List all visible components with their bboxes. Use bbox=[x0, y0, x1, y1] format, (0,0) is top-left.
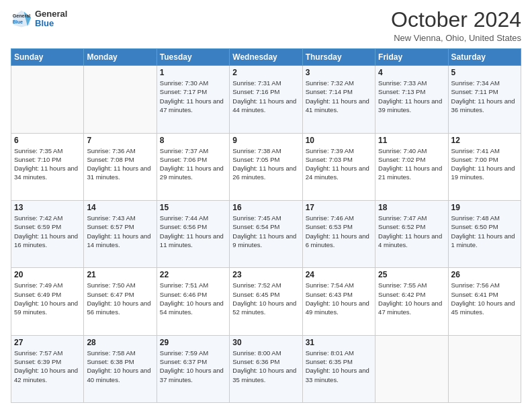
day-info: Sunrise: 7:58 AM Sunset: 6:38 PM Dayligh… bbox=[87, 349, 153, 384]
calendar-cell: 5Sunrise: 7:34 AM Sunset: 7:11 PM Daylig… bbox=[448, 66, 521, 133]
day-info: Sunrise: 7:54 AM Sunset: 6:43 PM Dayligh… bbox=[306, 281, 372, 316]
day-info: Sunrise: 7:44 AM Sunset: 6:56 PM Dayligh… bbox=[160, 214, 226, 249]
calendar-table: Sunday Monday Tuesday Wednesday Thursday… bbox=[11, 48, 521, 403]
day-info: Sunrise: 7:32 AM Sunset: 7:14 PM Dayligh… bbox=[306, 79, 372, 114]
calendar-cell bbox=[84, 66, 157, 133]
logo-blue-text: Blue bbox=[35, 19, 67, 28]
day-info: Sunrise: 7:49 AM Sunset: 6:49 PM Dayligh… bbox=[14, 281, 81, 316]
col-thursday: Thursday bbox=[302, 49, 375, 66]
calendar-cell: 21Sunrise: 7:50 AM Sunset: 6:47 PM Dayli… bbox=[84, 268, 157, 335]
calendar-cell: 27Sunrise: 7:57 AM Sunset: 6:39 PM Dayli… bbox=[11, 335, 84, 402]
day-number: 16 bbox=[232, 203, 299, 212]
day-number: 31 bbox=[306, 338, 372, 347]
day-info: Sunrise: 7:40 AM Sunset: 7:02 PM Dayligh… bbox=[378, 146, 445, 182]
calendar-cell: 7Sunrise: 7:36 AM Sunset: 7:08 PM Daylig… bbox=[84, 133, 157, 200]
col-sunday: Sunday bbox=[11, 49, 84, 66]
calendar-cell: 10Sunrise: 7:39 AM Sunset: 7:03 PM Dayli… bbox=[302, 133, 375, 200]
calendar-cell: 17Sunrise: 7:46 AM Sunset: 6:53 PM Dayli… bbox=[302, 200, 375, 267]
col-wednesday: Wednesday bbox=[230, 49, 302, 66]
calendar-cell bbox=[375, 335, 448, 402]
calendar-cell: 1Sunrise: 7:30 AM Sunset: 7:17 PM Daylig… bbox=[157, 66, 229, 133]
calendar-cell: 26Sunrise: 7:56 AM Sunset: 6:41 PM Dayli… bbox=[448, 268, 521, 335]
day-number: 9 bbox=[232, 136, 299, 145]
day-info: Sunrise: 7:57 AM Sunset: 6:39 PM Dayligh… bbox=[14, 349, 81, 384]
day-info: Sunrise: 7:47 AM Sunset: 6:52 PM Dayligh… bbox=[378, 214, 445, 249]
calendar-week-row: 13Sunrise: 7:42 AM Sunset: 6:59 PM Dayli… bbox=[11, 200, 521, 267]
day-number: 8 bbox=[160, 136, 226, 145]
day-info: Sunrise: 7:30 AM Sunset: 7:17 PM Dayligh… bbox=[160, 79, 226, 114]
calendar-cell: 28Sunrise: 7:58 AM Sunset: 6:38 PM Dayli… bbox=[84, 335, 157, 402]
day-number: 13 bbox=[14, 203, 81, 212]
calendar-cell: 6Sunrise: 7:35 AM Sunset: 7:10 PM Daylig… bbox=[11, 133, 84, 200]
day-info: Sunrise: 7:34 AM Sunset: 7:11 PM Dayligh… bbox=[451, 79, 518, 114]
day-info: Sunrise: 7:43 AM Sunset: 6:57 PM Dayligh… bbox=[87, 214, 153, 249]
location: New Vienna, Ohio, United States bbox=[391, 33, 521, 43]
calendar-cell: 13Sunrise: 7:42 AM Sunset: 6:59 PM Dayli… bbox=[11, 200, 84, 267]
day-info: Sunrise: 7:59 AM Sunset: 6:37 PM Dayligh… bbox=[160, 349, 226, 384]
day-number: 6 bbox=[14, 136, 81, 145]
day-number: 20 bbox=[14, 270, 81, 279]
day-number: 4 bbox=[378, 68, 445, 77]
calendar-header-row: Sunday Monday Tuesday Wednesday Thursday… bbox=[11, 49, 521, 66]
calendar-cell bbox=[448, 335, 521, 402]
day-number: 26 bbox=[451, 270, 518, 279]
day-number: 28 bbox=[87, 338, 153, 347]
calendar-cell: 18Sunrise: 7:47 AM Sunset: 6:52 PM Dayli… bbox=[375, 200, 448, 267]
day-info: Sunrise: 7:38 AM Sunset: 7:05 PM Dayligh… bbox=[232, 146, 299, 182]
calendar-cell: 20Sunrise: 7:49 AM Sunset: 6:49 PM Dayli… bbox=[11, 268, 84, 335]
calendar-week-row: 6Sunrise: 7:35 AM Sunset: 7:10 PM Daylig… bbox=[11, 133, 521, 200]
day-number: 22 bbox=[160, 270, 226, 279]
calendar-cell: 25Sunrise: 7:55 AM Sunset: 6:42 PM Dayli… bbox=[375, 268, 448, 335]
day-number: 10 bbox=[306, 136, 372, 145]
svg-text:Blue: Blue bbox=[13, 19, 23, 25]
day-info: Sunrise: 8:00 AM Sunset: 6:36 PM Dayligh… bbox=[232, 349, 299, 384]
calendar-cell bbox=[11, 66, 84, 133]
day-number: 21 bbox=[87, 270, 153, 279]
day-number: 5 bbox=[451, 68, 518, 77]
calendar-cell: 2Sunrise: 7:31 AM Sunset: 7:16 PM Daylig… bbox=[230, 66, 302, 133]
day-number: 15 bbox=[160, 203, 226, 212]
day-number: 27 bbox=[14, 338, 81, 347]
page: General Blue General Blue October 2024 N… bbox=[0, 0, 532, 411]
calendar-cell: 23Sunrise: 7:52 AM Sunset: 6:45 PM Dayli… bbox=[230, 268, 302, 335]
day-info: Sunrise: 7:52 AM Sunset: 6:45 PM Dayligh… bbox=[232, 281, 299, 316]
day-number: 24 bbox=[306, 270, 372, 279]
calendar-cell: 11Sunrise: 7:40 AM Sunset: 7:02 PM Dayli… bbox=[375, 133, 448, 200]
day-info: Sunrise: 7:36 AM Sunset: 7:08 PM Dayligh… bbox=[87, 146, 153, 182]
header: General Blue General Blue October 2024 N… bbox=[11, 8, 521, 43]
logo-general-text: General bbox=[35, 9, 67, 19]
col-saturday: Saturday bbox=[448, 49, 521, 66]
day-info: Sunrise: 7:41 AM Sunset: 7:00 PM Dayligh… bbox=[451, 146, 518, 182]
calendar-week-row: 20Sunrise: 7:49 AM Sunset: 6:49 PM Dayli… bbox=[11, 268, 521, 335]
month-title: October 2024 bbox=[391, 8, 521, 32]
day-number: 7 bbox=[87, 136, 153, 145]
day-number: 12 bbox=[451, 136, 518, 145]
day-info: Sunrise: 8:01 AM Sunset: 6:35 PM Dayligh… bbox=[306, 349, 372, 384]
col-monday: Monday bbox=[84, 49, 157, 66]
day-number: 30 bbox=[232, 338, 299, 347]
calendar-cell: 24Sunrise: 7:54 AM Sunset: 6:43 PM Dayli… bbox=[302, 268, 375, 335]
day-info: Sunrise: 7:31 AM Sunset: 7:16 PM Dayligh… bbox=[232, 79, 299, 114]
day-info: Sunrise: 7:33 AM Sunset: 7:13 PM Dayligh… bbox=[378, 79, 445, 114]
col-friday: Friday bbox=[375, 49, 448, 66]
day-info: Sunrise: 7:55 AM Sunset: 6:42 PM Dayligh… bbox=[378, 281, 445, 316]
calendar-cell: 15Sunrise: 7:44 AM Sunset: 6:56 PM Dayli… bbox=[157, 200, 229, 267]
day-info: Sunrise: 7:45 AM Sunset: 6:54 PM Dayligh… bbox=[232, 214, 299, 249]
day-number: 23 bbox=[232, 270, 299, 279]
day-info: Sunrise: 7:56 AM Sunset: 6:41 PM Dayligh… bbox=[451, 281, 518, 316]
day-number: 17 bbox=[306, 203, 372, 212]
calendar-cell: 19Sunrise: 7:48 AM Sunset: 6:50 PM Dayli… bbox=[448, 200, 521, 267]
day-number: 3 bbox=[306, 68, 372, 77]
calendar-cell: 22Sunrise: 7:51 AM Sunset: 6:46 PM Dayli… bbox=[157, 268, 229, 335]
calendar-week-row: 1Sunrise: 7:30 AM Sunset: 7:17 PM Daylig… bbox=[11, 66, 521, 133]
calendar-cell: 16Sunrise: 7:45 AM Sunset: 6:54 PM Dayli… bbox=[230, 200, 302, 267]
calendar-cell: 9Sunrise: 7:38 AM Sunset: 7:05 PM Daylig… bbox=[230, 133, 302, 200]
day-info: Sunrise: 7:39 AM Sunset: 7:03 PM Dayligh… bbox=[306, 146, 372, 182]
day-number: 19 bbox=[451, 203, 518, 212]
day-number: 1 bbox=[160, 68, 226, 77]
title-block: October 2024 New Vienna, Ohio, United St… bbox=[391, 8, 521, 43]
day-info: Sunrise: 7:42 AM Sunset: 6:59 PM Dayligh… bbox=[14, 214, 81, 249]
calendar-cell: 12Sunrise: 7:41 AM Sunset: 7:00 PM Dayli… bbox=[448, 133, 521, 200]
calendar-cell: 8Sunrise: 7:37 AM Sunset: 7:06 PM Daylig… bbox=[157, 133, 229, 200]
calendar-cell: 4Sunrise: 7:33 AM Sunset: 7:13 PM Daylig… bbox=[375, 66, 448, 133]
